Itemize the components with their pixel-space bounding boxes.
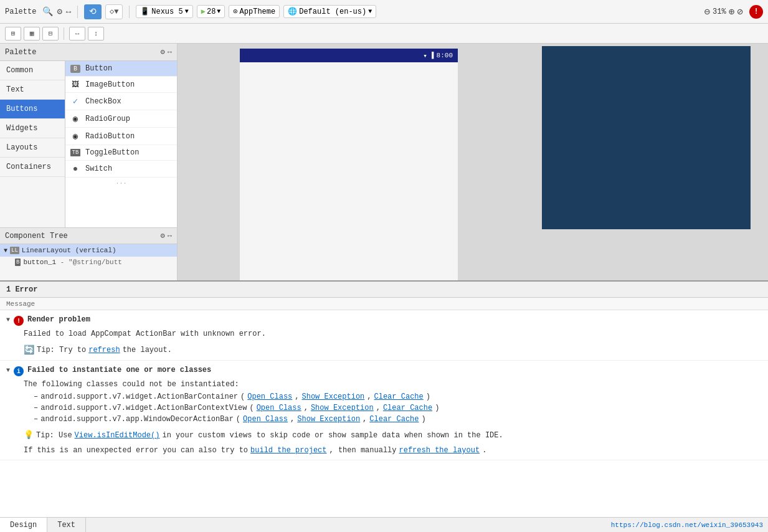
horizontal-resize-btn[interactable]: ↔ <box>69 27 85 40</box>
zoom-fit-icon[interactable]: ⊘ <box>737 6 743 18</box>
widget-radiogroup[interactable]: ◉ RadioGroup <box>65 110 177 128</box>
class3-prefix: android.support.v7.app.WindowDecorAction… <box>40 415 234 424</box>
theme-selector[interactable]: ⊙ AppTheme <box>229 5 280 18</box>
widget-togglebutton[interactable]: TB ToggleButton <box>65 145 177 161</box>
device-label: Nexus 5 <box>151 7 183 16</box>
component-tree-section: Component Tree ⚙ ↔ ▼ LL LinearLayout (ve… <box>0 227 177 280</box>
rotate-icon[interactable]: ⟲ <box>84 4 102 19</box>
class2-prefix: android.support.v7.widget.ActionBarConte… <box>40 404 247 412</box>
widget-radiobutton[interactable]: ◉ RadioButton <box>65 128 177 145</box>
class2-link3[interactable]: Clear Cache <box>383 404 432 412</box>
class1-link2[interactable]: Show Exception <box>301 392 364 401</box>
class2-link2[interactable]: Show Exception <box>311 404 374 412</box>
list-view-btn[interactable]: ⊟ <box>42 27 59 40</box>
tab-design[interactable]: Design <box>0 518 47 532</box>
theme-label: AppTheme <box>240 7 276 16</box>
radiogroup-label: RadioGroup <box>85 115 130 123</box>
tree-settings-icon[interactable]: ⚙ <box>161 231 165 240</box>
vertical-resize-btn[interactable]: ↕ <box>88 27 104 40</box>
build-link[interactable]: build the project <box>250 446 326 455</box>
widget-switch[interactable]: ● Switch <box>65 161 177 178</box>
widget-imagebutton[interactable]: 🖼 ImageButton <box>65 77 177 93</box>
error-count-label: 1 Error <box>6 285 37 294</box>
error-2-body: The following classes could not be insta… <box>24 380 762 455</box>
error-section-1: ▼ ! Render problem Failed to load AppCom… <box>0 310 768 361</box>
zoom-out-icon[interactable]: ⊖ <box>704 6 710 18</box>
category-buttons[interactable]: Buttons <box>0 100 65 119</box>
phone-status-bar: ▾ ▐ 8:00 <box>240 49 458 62</box>
class-1-row: – android.support.v7.widget.ActionBarCon… <box>34 392 762 401</box>
category-list: Common Text Buttons Widgets Layouts Cont… <box>0 61 65 227</box>
error-2-title: Failed to instantiate one or more classe… <box>27 366 211 374</box>
chevron-down-icon: ▼ <box>185 8 189 15</box>
zoom-in-icon[interactable]: ⊕ <box>729 6 735 18</box>
settings-icon[interactable]: ⚙ <box>57 6 62 17</box>
radiogroup-icon: ◉ <box>70 113 80 124</box>
chevron-down-icon2: ▼ <box>217 8 220 15</box>
category-widgets[interactable]: Widgets <box>0 119 65 138</box>
grid-view-btn[interactable]: ▦ <box>24 27 40 40</box>
class1-link3[interactable]: Clear Cache <box>374 392 424 401</box>
bottom-url: https://blog.csdn.net/weixin_39653943 <box>611 521 768 529</box>
shape-icon[interactable]: ◇▼ <box>105 4 123 19</box>
preview-area: ▾ ▐ 8:00 <box>178 44 768 280</box>
palette-collapse-icon[interactable]: ↔ <box>168 48 172 57</box>
error-2-desc: The following classes could not be insta… <box>24 380 762 389</box>
api-label: 28 <box>207 7 216 16</box>
time-display: 8:00 <box>437 52 453 59</box>
button-widget-label: Button <box>85 64 112 73</box>
error-icon-2: i <box>14 366 24 376</box>
phone-preview: ▾ ▐ 8:00 <box>240 49 458 280</box>
tree-root-icon: LL <box>10 247 19 254</box>
togglebutton-icon: TB <box>70 149 80 156</box>
refresh2-link[interactable]: refresh the layout <box>399 446 480 455</box>
category-common[interactable]: Common <box>0 61 65 80</box>
main-toolbar: Palette 🔍 ⚙ ↔ ⟲ ◇▼ 📱 Nexus 5 ▼ ▶ 28 ▼ ⊙ … <box>0 0 768 24</box>
checkbox-icon: ✓ <box>70 96 80 107</box>
view-toolbar: ⊞ ▦ ⊟ ↔ ↕ <box>0 24 768 44</box>
locale-selector[interactable]: 🌐 Default (en-us) ▼ <box>283 5 376 18</box>
class3-link2[interactable]: Show Exception <box>297 415 360 424</box>
layout-view-btn[interactable]: ⊞ <box>5 27 21 40</box>
error-1-title: Render problem <box>27 315 90 324</box>
collapse-btn-1[interactable]: ▼ <box>6 316 10 323</box>
category-layouts[interactable]: Layouts <box>0 138 65 158</box>
zoom-controls: ⊖ 31% ⊕ ⊘ <box>704 6 743 18</box>
wifi-icon: ▾ <box>423 52 427 60</box>
error-badge[interactable]: ! <box>749 5 763 19</box>
api-selector[interactable]: ▶ 28 ▼ <box>197 5 225 18</box>
phone-icon: 📱 <box>140 7 149 16</box>
error-1-desc: Failed to load AppCompat ActionBar with … <box>24 330 762 338</box>
switch-label: Switch <box>85 164 112 173</box>
search-icon[interactable]: 🔍 <box>42 6 53 17</box>
widget-checkbox[interactable]: ✓ CheckBox <box>65 93 177 110</box>
collapse-btn-2[interactable]: ▼ <box>6 367 10 374</box>
togglebutton-label: ToggleButton <box>85 148 139 157</box>
expand-icon[interactable]: ▼ <box>4 247 7 254</box>
category-text[interactable]: Text <box>0 80 65 100</box>
widget-button[interactable]: B Button <box>65 61 177 77</box>
error-section-2: ▼ i Failed to instantiate one or more cl… <box>0 361 768 460</box>
category-containers[interactable]: Containers <box>0 158 65 177</box>
refresh-link[interactable]: refresh <box>88 346 120 354</box>
class2-link1[interactable]: Open Class <box>257 404 301 412</box>
tree-collapse-icon[interactable]: ↔ <box>168 232 172 240</box>
scroll-indicator: ··· <box>65 178 177 189</box>
class3-link3[interactable]: Clear Cache <box>369 415 419 424</box>
tip-3: If this is an unexpected error you can a… <box>24 446 762 455</box>
class1-link1[interactable]: Open Class <box>247 392 292 401</box>
android-icon: ▶ <box>201 7 206 16</box>
tree-root: ▼ LL LinearLayout (vertical) <box>0 244 177 257</box>
error-panel: 1 Error Message ▼ ! Render problem Faile… <box>0 280 768 517</box>
signal-icon: ▐ <box>430 52 434 59</box>
palette-header-title: Palette <box>5 48 161 57</box>
device-selector[interactable]: 📱 Nexus 5 ▼ <box>136 5 192 18</box>
toolbar-icon3[interactable]: ↔ <box>66 7 71 17</box>
locale-label: Default (en-us) <box>299 7 366 16</box>
tab-text[interactable]: Text <box>47 518 86 532</box>
class3-link1[interactable]: Open Class <box>243 415 288 424</box>
tip2-link[interactable]: View.isInEditMode() <box>75 431 160 440</box>
globe-icon: 🌐 <box>288 7 297 16</box>
palette-settings-icon[interactable]: ⚙ <box>161 47 165 57</box>
imagebutton-icon: 🖼 <box>70 80 80 89</box>
